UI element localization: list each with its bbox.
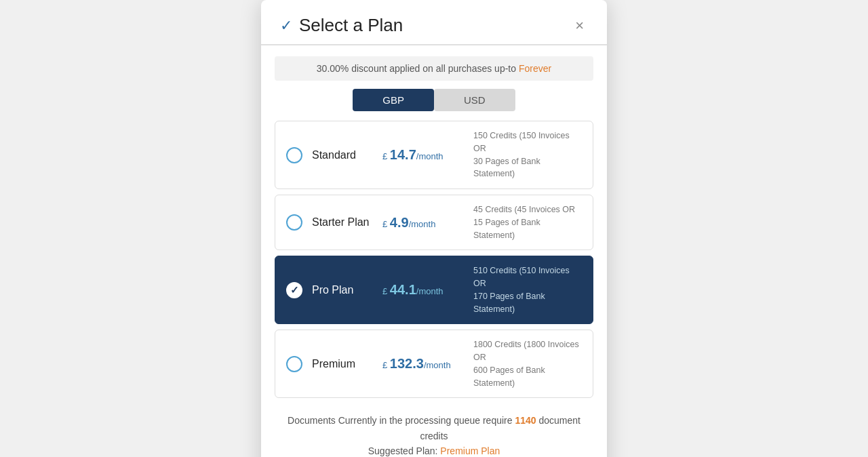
plan-pro[interactable]: Pro Plan £ 44.1/month 510 Credits (510 I… xyxy=(275,256,593,324)
plan-premium-credits: 1800 Credits (1800 Invoices OR600 Pages … xyxy=(473,338,582,389)
plan-pro-currency: £ xyxy=(382,286,390,296)
plan-starter-per-month: /month xyxy=(409,219,436,229)
queue-count: 1140 xyxy=(515,415,536,426)
plan-pro-credits: 510 Credits (510 Invoices OR170 Pages of… xyxy=(473,264,582,315)
modal-header: ✓ Select a Plan × xyxy=(261,0,607,45)
check-icon: ✓ xyxy=(280,17,292,35)
plan-standard-amount: 14.7 xyxy=(390,147,416,162)
plan-premium-radio xyxy=(286,356,302,372)
plan-premium-price: £ 132.3/month xyxy=(382,356,464,372)
plan-starter-radio xyxy=(286,214,302,231)
discount-text: 30.00% discount applied on all purchases… xyxy=(317,63,519,74)
currency-tabs: GBP USD xyxy=(275,89,593,111)
plan-standard-currency: £ xyxy=(382,151,390,161)
plan-standard[interactable]: Standard £ 14.7/month 150 Credits (150 I… xyxy=(275,121,593,189)
plan-pro-per-month: /month xyxy=(416,286,443,296)
plan-pro-radio xyxy=(286,282,302,298)
plan-starter-credits: 45 Credits (45 Invoices OR15 Pages of Ba… xyxy=(473,203,582,241)
close-button[interactable]: × xyxy=(571,17,588,35)
plan-starter-currency: £ xyxy=(382,219,390,229)
discount-forever: Forever xyxy=(519,63,551,74)
plan-premium-amount: 132.3 xyxy=(390,356,424,371)
discount-banner: 30.00% discount applied on all purchases… xyxy=(275,56,593,81)
modal-title: Select a Plan xyxy=(299,15,403,36)
gbp-tab[interactable]: GBP xyxy=(353,89,434,111)
plan-starter[interactable]: Starter Plan £ 4.9/month 45 Credits (45 … xyxy=(275,195,593,250)
plan-standard-radio xyxy=(286,147,302,163)
plan-premium[interactable]: Premium £ 132.3/month 1800 Credits (1800… xyxy=(275,330,593,398)
select-plan-modal: ✓ Select a Plan × 30.00% discount applie… xyxy=(261,0,607,457)
footer-note: Documents Currently in the processing qu… xyxy=(275,413,593,457)
plan-standard-name: Standard xyxy=(312,149,373,161)
plans-list: Standard £ 14.7/month 150 Credits (150 I… xyxy=(275,121,593,398)
usd-tab[interactable]: USD xyxy=(434,89,515,111)
suggested-plan: Premium Plan xyxy=(440,445,500,456)
plan-standard-per-month: /month xyxy=(416,151,443,161)
plan-pro-price: £ 44.1/month xyxy=(382,282,464,298)
plan-premium-per-month: /month xyxy=(424,360,451,370)
plan-starter-price: £ 4.9/month xyxy=(382,215,464,231)
plan-pro-amount: 44.1 xyxy=(390,282,416,297)
queue-text: Documents Currently in the processing qu… xyxy=(288,415,515,426)
plan-premium-currency: £ xyxy=(382,360,390,370)
plan-starter-amount: 4.9 xyxy=(390,215,409,230)
plan-pro-name: Pro Plan xyxy=(312,284,373,296)
plan-standard-credits: 150 Credits (150 Invoices OR30 Pages of … xyxy=(473,130,582,180)
plan-standard-price: £ 14.7/month xyxy=(382,147,464,163)
suggested-prefix: Suggested Plan: xyxy=(368,445,441,456)
title-row: ✓ Select a Plan xyxy=(280,15,403,36)
plan-premium-name: Premium xyxy=(312,358,373,370)
plan-starter-name: Starter Plan xyxy=(312,216,373,228)
